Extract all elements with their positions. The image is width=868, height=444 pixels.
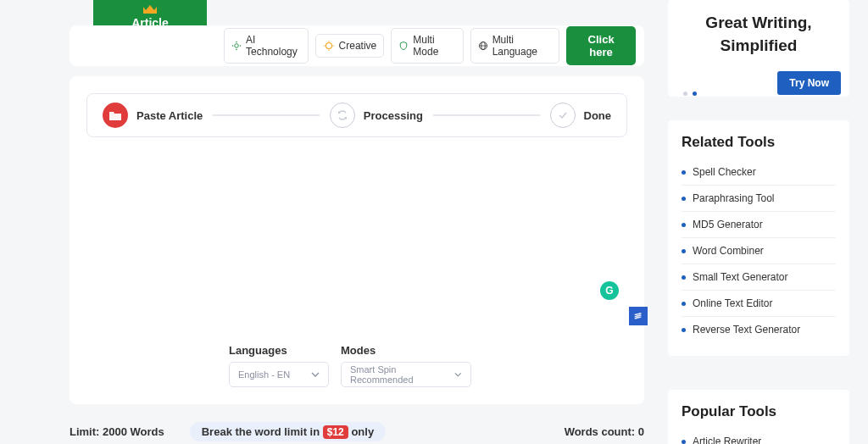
tool-link[interactable]: Spell Checker: [682, 159, 836, 186]
svg-point-4: [240, 45, 242, 47]
dot-active[interactable]: [693, 92, 697, 96]
step-line: [433, 114, 540, 116]
word-limit: Limit: 2000 Words: [70, 425, 164, 438]
promo-line-1: Great Writing,: [705, 14, 811, 31]
languages-label: Languages: [229, 344, 329, 357]
editor-area[interactable]: G ꠵: [86, 137, 627, 307]
bullet-icon: [682, 275, 686, 280]
related-tools-title: Related Tools: [682, 134, 836, 151]
tool-label: Paraphrasing Tool: [693, 192, 775, 204]
svg-point-1: [236, 42, 237, 43]
languages-select[interactable]: English - EN: [229, 362, 329, 387]
step-label: Processing: [364, 109, 423, 122]
tool-label: Small Text Generator: [693, 271, 788, 283]
modes-label: Modes: [341, 344, 471, 357]
click-here-button[interactable]: Click here: [566, 26, 636, 65]
svg-point-3: [232, 45, 234, 47]
related-tools-panel: Related Tools Spell CheckerParaphrasing …: [668, 120, 849, 356]
folder-icon: [103, 103, 128, 128]
tool-link[interactable]: Paraphrasing Tool: [682, 186, 836, 212]
ai-icon: [231, 40, 242, 52]
select-value: Smart Spin Recommended: [350, 364, 446, 385]
shield-icon: [398, 40, 409, 52]
svg-point-0: [235, 44, 239, 48]
try-now-button[interactable]: Try Now: [777, 71, 841, 95]
svg-point-5: [326, 43, 331, 49]
feature-label: AI Technology: [246, 34, 301, 58]
bullet-icon: [682, 440, 686, 444]
tool-link[interactable]: Reverse Text Generator: [682, 317, 836, 342]
feature-multimode: Multi Mode: [391, 28, 463, 64]
feature-bar: AI Technology Creative Multi Mode Multi …: [70, 25, 644, 66]
break-post: only: [348, 425, 374, 438]
bullet-icon: [682, 223, 686, 227]
tool-link[interactable]: Article Rewriter: [682, 429, 836, 444]
tool-label: Word Combiner: [693, 245, 764, 257]
feature-label: Creative: [339, 40, 377, 52]
feature-label: Multi Mode: [413, 34, 455, 58]
tool-label: Reverse Text Generator: [693, 324, 800, 336]
dot[interactable]: [683, 92, 687, 96]
tool-label: Spell Checker: [693, 166, 756, 178]
tool-label: Article Rewriter: [693, 436, 761, 444]
tool-link[interactable]: MD5 Generator: [682, 212, 836, 238]
bottom-bar: Limit: 2000 Words Break the word limit i…: [70, 422, 644, 441]
break-pre: Break the word limit in: [202, 425, 323, 438]
break-limit-pill[interactable]: Break the word limit in $12 only: [190, 422, 386, 441]
popular-tools-panel: Popular Tools Article Rewriter: [668, 390, 849, 444]
tool-label: Online Text Editor: [693, 297, 773, 309]
step-line: [213, 114, 320, 116]
word-count: Words count: 0: [565, 425, 644, 438]
feature-creative: Creative: [315, 34, 385, 58]
step-label: Done: [584, 109, 612, 122]
tool-link[interactable]: Small Text Generator: [682, 264, 836, 291]
step-paste: Paste Article: [103, 103, 203, 128]
bulb-icon: [323, 40, 335, 52]
bullet-icon: [682, 197, 686, 201]
bullet-icon: [682, 170, 686, 175]
promo-card: Great Writing, Simplified Try Now: [668, 0, 849, 97]
refresh-icon: [330, 103, 355, 128]
feature-ai: AI Technology: [224, 28, 309, 64]
check-icon: [550, 103, 576, 128]
bullet-icon: [682, 249, 686, 253]
chevron-down-icon: [311, 372, 320, 377]
grammarly-icon[interactable]: G: [600, 281, 619, 300]
stepper: Paste Article Processing Done: [86, 93, 627, 137]
step-done: Done: [550, 103, 612, 128]
carousel-dots[interactable]: [683, 92, 697, 96]
translate-icon[interactable]: ꠵: [629, 307, 648, 325]
step-processing: Processing: [330, 103, 423, 128]
crown-icon: [142, 5, 158, 15]
feature-multilang: Multi Language: [470, 28, 560, 64]
globe-icon: [478, 40, 488, 52]
price-badge: $12: [323, 425, 348, 439]
bullet-icon: [682, 328, 686, 332]
tool-label: MD5 Generator: [693, 219, 763, 230]
tool-link[interactable]: Online Text Editor: [682, 291, 836, 317]
tool-link[interactable]: Word Combiner: [682, 238, 836, 264]
svg-point-2: [236, 49, 237, 51]
feature-label: Multi Language: [492, 34, 553, 58]
bullet-icon: [682, 302, 686, 306]
popular-tools-title: Popular Tools: [682, 403, 836, 420]
step-label: Paste Article: [136, 109, 203, 122]
chevron-down-icon: [454, 372, 462, 377]
promo-line-2: Simplified: [721, 36, 798, 54]
select-value: English - EN: [238, 369, 290, 380]
modes-select[interactable]: Smart Spin Recommended: [341, 362, 471, 387]
editor-card: Paste Article Processing Done G ꠵: [70, 76, 644, 404]
